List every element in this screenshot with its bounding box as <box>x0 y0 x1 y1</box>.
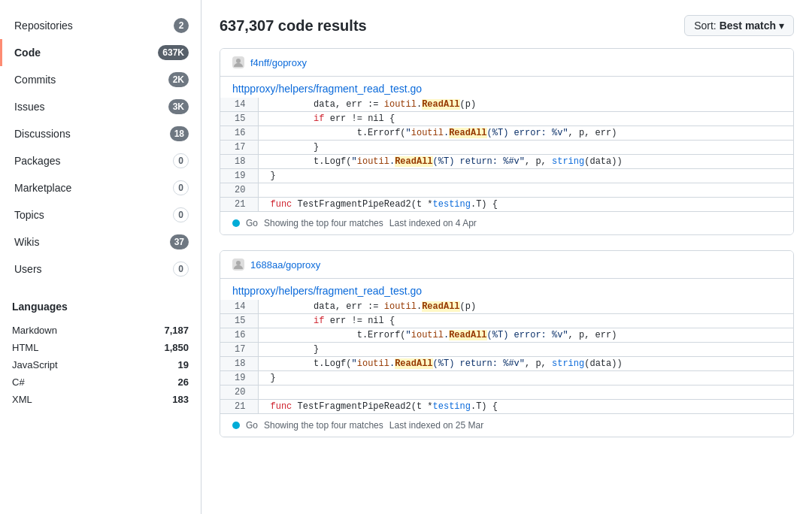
sidebar-item-badge: 3K <box>168 99 189 114</box>
sidebar-item-label: Commits <box>14 74 56 86</box>
file-link[interactable]: httpproxy/helpers/fragment_read_test.go <box>220 77 793 98</box>
file-link[interactable]: httpproxy/helpers/fragment_read_test.go <box>220 279 793 300</box>
line-code: t.Logf("ioutil.ReadAll(%T) return: %#v",… <box>258 155 793 169</box>
line-number: 15 <box>220 112 258 126</box>
language-row[interactable]: C#26 <box>12 373 189 391</box>
language-name: XML <box>12 394 32 405</box>
repo-link[interactable]: f4nff/goproxy <box>250 57 307 68</box>
result-card: f4nff/goproxyhttpproxy/helpers/fragment_… <box>220 48 794 235</box>
code-line: 15 if err != nil { <box>220 112 793 126</box>
line-code: t.Logf("ioutil.ReadAll(%T) return: %#v",… <box>258 357 793 371</box>
sidebar-item-badge: 637K <box>158 45 189 60</box>
card-footer: GoShowing the top four matchesLast index… <box>220 211 793 234</box>
sidebar-nav: Repositories2Code637KCommits2KIssues3KDi… <box>0 12 201 283</box>
sidebar-item-code[interactable]: Code637K <box>0 39 201 66</box>
code-line: 20 <box>220 183 793 198</box>
language-count: 7,187 <box>164 325 189 336</box>
language-count: 19 <box>178 359 189 370</box>
line-code: } <box>258 343 793 357</box>
line-number: 21 <box>220 198 258 212</box>
line-number: 15 <box>220 314 258 328</box>
line-number: 20 <box>220 386 258 400</box>
code-table: 14 data, err := ioutil.ReadAll(p)15 if e… <box>220 300 793 413</box>
code-line: 21func TestFragmentPipeRead2(t *testing.… <box>220 400 793 414</box>
sort-label: Sort: <box>694 20 717 32</box>
chevron-down-icon: ▾ <box>779 20 784 32</box>
language-name: Markdown <box>12 325 57 336</box>
sidebar-item-label: Marketplace <box>14 182 71 194</box>
line-code: data, err := ioutil.ReadAll(p) <box>258 98 793 112</box>
footer-matches-text: Showing the top four matches <box>264 218 383 228</box>
language-name: HTML <box>12 342 38 353</box>
sidebar-item-discussions[interactable]: Discussions18 <box>0 120 201 147</box>
line-number: 19 <box>220 371 258 386</box>
language-row[interactable]: Markdown7,187 <box>12 322 189 339</box>
line-code: t.Errorf("ioutil.ReadAll(%T) error: %v",… <box>258 126 793 141</box>
languages-list: Markdown7,187HTML1,850JavaScript19C#26XM… <box>12 322 189 408</box>
code-line: 20 <box>220 386 793 400</box>
languages-section: Languages Markdown7,187HTML1,850JavaScri… <box>0 301 201 408</box>
sidebar-item-marketplace[interactable]: Marketplace0 <box>0 174 201 201</box>
sort-button[interactable]: Sort: Best match ▾ <box>684 15 794 36</box>
sidebar-item-label: Discussions <box>14 128 71 140</box>
code-line: 19} <box>220 371 793 386</box>
line-number: 17 <box>220 141 258 155</box>
sidebar-item-badge: 2 <box>174 18 189 33</box>
sidebar-item-packages[interactable]: Packages0 <box>0 147 201 174</box>
sidebar-item-commits[interactable]: Commits2K <box>0 66 201 93</box>
svg-point-1 <box>236 59 241 63</box>
sidebar-item-topics[interactable]: Topics0 <box>0 201 201 228</box>
line-code: data, err := ioutil.ReadAll(p) <box>258 300 793 314</box>
line-code: if err != nil { <box>258 314 793 328</box>
line-code: t.Errorf("ioutil.ReadAll(%T) error: %v",… <box>258 328 793 343</box>
language-dot <box>232 219 240 227</box>
line-code: } <box>258 371 793 386</box>
line-number: 21 <box>220 400 258 414</box>
language-row[interactable]: HTML1,850 <box>12 339 189 356</box>
code-line: 17 } <box>220 343 793 357</box>
sidebar: Repositories2Code637KCommits2KIssues3KDi… <box>0 0 201 514</box>
sidebar-item-users[interactable]: Users0 <box>0 255 201 283</box>
code-line: 19} <box>220 169 793 183</box>
code-line: 16 t.Errorf("ioutil.ReadAll(%T) error: %… <box>220 328 793 343</box>
sidebar-item-label: Issues <box>14 101 44 113</box>
sidebar-item-label: Topics <box>14 209 44 221</box>
code-line: 18 t.Logf("ioutil.ReadAll(%T) return: %#… <box>220 155 793 169</box>
footer-lang: Go <box>246 218 258 228</box>
sidebar-item-label: Wikis <box>14 236 39 248</box>
footer-indexed-text: Last indexed on 25 Mar <box>389 420 483 431</box>
code-line: 14 data, err := ioutil.ReadAll(p) <box>220 300 793 314</box>
language-count: 1,850 <box>164 342 189 353</box>
language-dot <box>232 422 240 429</box>
sidebar-item-label: Code <box>14 47 41 59</box>
sidebar-item-label: Packages <box>14 155 60 167</box>
code-line: 21func TestFragmentPipeRead2(t *testing.… <box>220 198 793 212</box>
line-code: } <box>258 141 793 155</box>
repo-avatar-icon <box>232 56 244 68</box>
languages-title: Languages <box>12 301 189 313</box>
sidebar-item-badge: 0 <box>173 207 189 222</box>
sidebar-item-repositories[interactable]: Repositories2 <box>0 12 201 39</box>
card-footer: GoShowing the top four matchesLast index… <box>220 413 793 437</box>
main-content: 637,307 code results Sort: Best match ▾ … <box>201 0 812 514</box>
results-container: f4nff/goproxyhttpproxy/helpers/fragment_… <box>220 48 794 437</box>
code-line: 14 data, err := ioutil.ReadAll(p) <box>220 98 793 112</box>
sidebar-item-issues[interactable]: Issues3K <box>0 93 201 120</box>
repo-avatar-icon <box>232 259 244 271</box>
results-title: 637,307 code results <box>220 17 367 35</box>
line-code: func TestFragmentPipeRead2(t *testing.T)… <box>258 400 793 414</box>
line-number: 14 <box>220 300 258 314</box>
language-row[interactable]: JavaScript19 <box>12 356 189 373</box>
sidebar-item-wikis[interactable]: Wikis37 <box>0 228 201 255</box>
repo-link[interactable]: 1688aa/goproxy <box>250 259 320 271</box>
line-number: 20 <box>220 183 258 198</box>
result-card: 1688aa/goproxyhttpproxy/helpers/fragment… <box>220 250 794 437</box>
line-number: 19 <box>220 169 258 183</box>
line-code: func TestFragmentPipeRead2(t *testing.T)… <box>258 198 793 212</box>
sidebar-item-badge: 0 <box>173 180 189 195</box>
language-row[interactable]: XML183 <box>12 391 189 408</box>
line-number: 16 <box>220 328 258 343</box>
code-table: 14 data, err := ioutil.ReadAll(p)15 if e… <box>220 98 793 211</box>
line-code: } <box>258 169 793 183</box>
sidebar-item-badge: 0 <box>173 153 189 168</box>
